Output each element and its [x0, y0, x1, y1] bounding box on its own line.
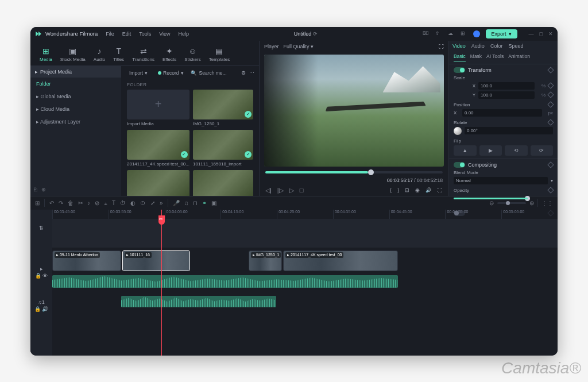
- rotate-keyframe-icon[interactable]: [547, 119, 554, 125]
- tool-audio[interactable]: ♪Audio: [90, 45, 109, 64]
- new-folder-icon[interactable]: ⊕: [41, 187, 46, 192]
- media-thumb[interactable]: [127, 170, 189, 196]
- opacity-keyframe-icon[interactable]: [547, 187, 554, 193]
- media-thumb[interactable]: ✓20141117_4K speed test_00...: [127, 130, 189, 167]
- video-track[interactable]: ▸ 09-11 Menlo Atherton▸ 101111_16▸ IMG_1…: [52, 249, 558, 273]
- tl-delete-icon[interactable]: 🗑: [68, 200, 74, 206]
- user-avatar[interactable]: [473, 30, 480, 37]
- track-audio-icon[interactable]: ♫1: [38, 299, 45, 305]
- cloud-upload-icon[interactable]: ⇧: [435, 30, 442, 37]
- tl-mixer-icon[interactable]: ♫: [184, 200, 189, 206]
- quality-dropdown[interactable]: Full Quality ▾: [284, 44, 314, 49]
- menu-help[interactable]: Help: [179, 31, 189, 37]
- tool-media[interactable]: ⊞Media: [36, 45, 56, 64]
- subtab-mask[interactable]: Mask: [470, 53, 482, 61]
- stop-icon[interactable]: □: [300, 187, 304, 194]
- timeline-clip[interactable]: ▸ 101111_16: [122, 250, 190, 271]
- more-icon[interactable]: ⋯: [249, 70, 254, 76]
- tool-stickers[interactable]: ☺Stickers: [181, 45, 204, 64]
- rotate-dial[interactable]: [454, 127, 462, 135]
- playhead[interactable]: [161, 210, 162, 356]
- tl-timer-icon[interactable]: ⏲: [140, 200, 146, 206]
- media-thumb[interactable]: ✓101111_165018_import: [193, 130, 253, 167]
- close-icon[interactable]: ✕: [548, 31, 553, 37]
- project-media-header[interactable]: ▸ Project Media: [30, 66, 121, 78]
- media-thumb[interactable]: +Import Media: [127, 90, 189, 126]
- tl-zoom-in-icon[interactable]: ⊕: [529, 200, 534, 206]
- tl-redo-icon[interactable]: ↷: [59, 200, 63, 206]
- tl-zoom-out-icon[interactable]: ⊖: [489, 200, 494, 206]
- tl-color-icon[interactable]: ◐: [130, 200, 136, 206]
- flip-v-button[interactable]: ▶: [479, 145, 502, 156]
- timeline-ruler[interactable]: 00:03:45:0000:03:55:0000:04:05:0000:04:1…: [52, 210, 558, 219]
- sidebar-item-adjustment-layer[interactable]: ▸ Adjustment Layer: [30, 115, 121, 128]
- tab-video[interactable]: Video: [452, 43, 466, 49]
- tl-marker-icon[interactable]: ▣: [211, 200, 216, 206]
- filter-icon[interactable]: ⚙: [241, 70, 246, 76]
- tl-magnet-icon[interactable]: ⊓: [193, 200, 198, 206]
- rotate-input[interactable]: 0.00°: [465, 127, 553, 134]
- tl-link-icon[interactable]: ⚭: [202, 200, 207, 206]
- play-icon[interactable]: ▷: [289, 187, 294, 194]
- tool-stock-media[interactable]: ▣Stock Media: [57, 45, 89, 64]
- scale-y-keyframe-icon[interactable]: [547, 91, 554, 98]
- music-track[interactable]: ♫ Mountains & Meadows: [52, 295, 558, 310]
- compositing-toggle[interactable]: [454, 162, 465, 168]
- tl-mic-icon[interactable]: 🎤: [173, 200, 180, 206]
- tool-transitions[interactable]: ⇄Transitions: [129, 45, 158, 64]
- flip-reset-button[interactable]: ⟳: [531, 145, 554, 156]
- tool-titles[interactable]: TTitles: [110, 45, 127, 64]
- sidebar-item-folder[interactable]: Folder: [30, 78, 121, 90]
- volume-icon[interactable]: 🔊: [425, 187, 432, 193]
- tl-deny-icon[interactable]: ⊘: [95, 200, 99, 206]
- bracket-out-icon[interactable]: }: [397, 187, 399, 193]
- sidebar-item-global-media[interactable]: ▸ Global Media: [30, 90, 121, 103]
- scrub-bar[interactable]: [265, 171, 443, 173]
- tl-note-icon[interactable]: ♪: [87, 200, 90, 206]
- tab-color[interactable]: Color: [490, 43, 503, 49]
- scale-x-keyframe-icon[interactable]: [547, 82, 554, 88]
- tl-expand-icon[interactable]: ⤢: [150, 200, 155, 206]
- compositing-keyframe-icon[interactable]: [547, 161, 554, 168]
- scale-y-input[interactable]: 100.0: [478, 91, 535, 99]
- bracket-in-icon[interactable]: {: [390, 187, 392, 193]
- cloud-icon[interactable]: ☁: [448, 30, 455, 37]
- prev-frame-icon[interactable]: ◁|: [265, 187, 272, 194]
- scale-x-input[interactable]: 100.0: [478, 82, 535, 90]
- subtab-aitools[interactable]: AI Tools: [486, 53, 504, 61]
- flip-rotate-button[interactable]: ⟲: [505, 145, 528, 156]
- display-icon[interactable]: ⊡: [405, 187, 409, 193]
- timeline-clip[interactable]: ▸ IMG_1250_1: [249, 250, 282, 271]
- device-icon[interactable]: ⌧: [423, 30, 430, 37]
- tool-effects[interactable]: ✦Effects: [159, 45, 180, 64]
- tl-text-icon[interactable]: T: [112, 200, 115, 206]
- maximize-icon[interactable]: □: [540, 31, 543, 37]
- timeline-clip[interactable]: ▸ 09-11 Menlo Atherton: [52, 250, 121, 271]
- menu-tools[interactable]: Tools: [139, 31, 151, 37]
- tl-crop-icon[interactable]: ⟁: [104, 200, 107, 206]
- menu-edit[interactable]: Edit: [122, 31, 131, 37]
- pos-x-input[interactable]: 0.00: [462, 109, 542, 117]
- subtab-animation[interactable]: Animation: [508, 53, 530, 61]
- folder-out-icon[interactable]: ⎘: [34, 187, 37, 192]
- timeline-clip[interactable]: ▸ 20141117_4K speed test_00: [283, 250, 398, 271]
- transform-toggle[interactable]: [454, 67, 465, 73]
- sidebar-item-cloud-media[interactable]: ▸ Cloud Media: [30, 103, 121, 115]
- step-back-icon[interactable]: |▷: [277, 187, 284, 194]
- search-input[interactable]: 🔍 Search me...: [191, 70, 238, 76]
- minimize-icon[interactable]: —: [529, 31, 534, 37]
- audio-waveform-track[interactable]: [52, 274, 558, 289]
- music-clip[interactable]: ♫ Mountains & Meadows: [121, 296, 276, 307]
- tab-audio[interactable]: Audio: [471, 43, 485, 49]
- tab-speed[interactable]: Speed: [508, 43, 523, 49]
- tl-cut-icon[interactable]: ✂: [78, 200, 83, 206]
- camera-icon[interactable]: ◉: [415, 187, 420, 193]
- export-button[interactable]: Export ▾: [486, 29, 517, 38]
- media-thumb[interactable]: [193, 170, 253, 196]
- tl-swap-icon[interactable]: ⇅: [39, 225, 44, 231]
- tl-undo-icon[interactable]: ↶: [49, 200, 54, 206]
- tool-templates[interactable]: ▤Templates: [206, 45, 233, 64]
- tl-grid-icon[interactable]: ⊞: [35, 200, 40, 206]
- flip-h-button[interactable]: ▲: [454, 145, 477, 156]
- tl-more-icon[interactable]: »: [160, 200, 163, 206]
